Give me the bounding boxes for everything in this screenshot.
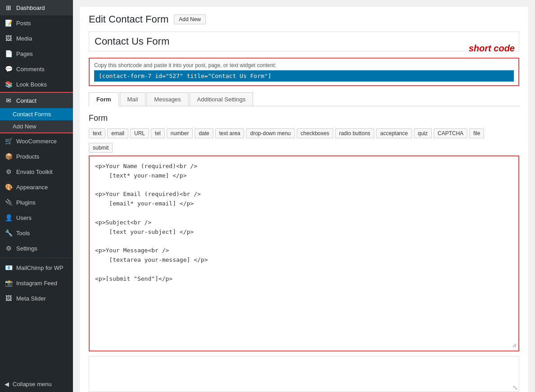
tag-btn-date[interactable]: date — [195, 128, 213, 138]
submit-tag-button[interactable]: submit — [89, 143, 113, 153]
comments-icon: 💬 — [5, 65, 13, 73]
tag-btn-captcha[interactable]: CAPTCHA — [434, 128, 467, 138]
sidebar-item-posts[interactable]: 📝 Posts — [0, 15, 73, 31]
tag-btn-email[interactable]: email — [107, 128, 128, 138]
tag-btn-acceptance[interactable]: acceptance — [376, 128, 412, 138]
code-editor-wrapper — [89, 155, 519, 351]
page-title: Edit Contact Form — [89, 14, 168, 25]
contact-highlight-box: ✉ Contact Contact Forms Add New — [0, 92, 73, 133]
tag-btn-tel[interactable]: tel — [151, 128, 165, 138]
resize-handle-icon: ⤡ — [512, 384, 518, 391]
sidebar-item-appearance[interactable]: 🎨 Appearance — [0, 179, 73, 195]
tab-additional-settings[interactable]: Additional Settings — [190, 92, 254, 106]
sidebar-item-comments[interactable]: 💬 Comments — [0, 61, 73, 77]
tag-btn-quiz[interactable]: quiz — [414, 128, 432, 138]
submit-button-row: submit — [89, 143, 519, 153]
sidebar-item-meta-slider[interactable]: 🖼 Meta Slider — [0, 291, 73, 306]
extra-content-area: ⤡ — [89, 356, 519, 392]
sidebar-item-settings[interactable]: ⚙ Settings — [0, 241, 73, 256]
tag-btn-text-area[interactable]: text area — [215, 128, 245, 138]
pages-icon: 📄 — [5, 50, 13, 58]
mailchimp-icon: 📧 — [5, 264, 13, 272]
tools-icon: 🔧 — [5, 229, 13, 237]
sidebar-item-lookbooks[interactable]: 📚 Look Books — [0, 77, 73, 92]
tag-btn-number[interactable]: number — [167, 128, 193, 138]
shortcode-annotation: short code — [469, 43, 515, 54]
users-icon: 👤 — [5, 214, 13, 222]
main-content: Edit Contact Form Add New short code Cop… — [73, 0, 535, 392]
sidebar-item-woocommerce[interactable]: 🛒 WooCommerce — [0, 133, 73, 149]
sidebar: ⊞ Dashboard 📝 Posts 🖼 Media 📄 Pages 💬 Co… — [0, 0, 73, 392]
collapse-menu-button[interactable]: ◀ Collapse menu — [0, 376, 73, 392]
sidebar-sub-item-contact-forms[interactable]: Contact Forms — [0, 108, 73, 120]
envato-icon: ⚙ — [5, 168, 13, 176]
lookbooks-icon: 📚 — [5, 80, 13, 88]
settings-icon: ⚙ — [5, 244, 13, 252]
woocommerce-icon: 🛒 — [5, 137, 13, 145]
shortcode-label: Copy this shortcode and paste it into yo… — [94, 62, 514, 68]
sidebar-item-media[interactable]: 🖼 Media — [0, 31, 73, 46]
products-icon: 📦 — [5, 152, 13, 160]
media-icon: 🖼 — [5, 34, 13, 42]
form-section-title: Form — [89, 114, 519, 123]
sidebar-divider — [0, 258, 73, 258]
add-new-button[interactable]: Add New — [174, 14, 206, 24]
tab-messages[interactable]: Messages — [146, 92, 188, 106]
tag-btn-text[interactable]: text — [89, 128, 105, 138]
contact-icon: ✉ — [5, 96, 13, 105]
tag-buttons-row: textemailURLtelnumberdatetext areadrop-d… — [89, 128, 519, 138]
shortcode-value[interactable]: [contact-form-7 id="527" title="Contact … — [94, 70, 514, 82]
page-title-row: Edit Contact Form Add New — [89, 14, 519, 25]
sidebar-item-dashboard[interactable]: ⊞ Dashboard — [0, 0, 73, 15]
tag-btn-radio-buttons[interactable]: radio buttons — [335, 128, 374, 138]
shortcode-area: Copy this shortcode and paste it into yo… — [89, 58, 519, 86]
sidebar-item-products[interactable]: 📦 Products — [0, 149, 73, 164]
dashboard-icon: ⊞ — [5, 4, 13, 12]
sidebar-sub-contact: Contact Forms Add New — [0, 108, 73, 132]
appearance-icon: 🎨 — [5, 183, 13, 191]
sidebar-item-plugins[interactable]: 🔌 Plugins — [0, 195, 73, 210]
sidebar-item-instagram[interactable]: 📸 Instagram Feed — [0, 275, 73, 291]
tab-form[interactable]: Form — [89, 92, 119, 106]
meta-slider-icon: 🖼 — [5, 294, 13, 302]
sidebar-item-mailchimp[interactable]: 📧 MailChimp for WP — [0, 260, 73, 275]
instagram-icon: 📸 — [5, 279, 13, 287]
collapse-icon: ◀ — [5, 381, 9, 387]
form-title-input[interactable] — [89, 32, 519, 51]
sidebar-item-users[interactable]: 👤 Users — [0, 210, 73, 225]
tabs-row: Form Mail Messages Additional Settings — [89, 92, 519, 106]
tag-btn-url[interactable]: URL — [130, 128, 149, 138]
plugins-icon: 🔌 — [5, 198, 13, 206]
sidebar-item-tools[interactable]: 🔧 Tools — [0, 225, 73, 241]
sidebar-item-pages[interactable]: 📄 Pages — [0, 46, 73, 61]
tab-mail[interactable]: Mail — [120, 92, 146, 106]
shortcode-container: short code Copy this shortcode and paste… — [89, 58, 519, 86]
sidebar-item-contact[interactable]: ✉ Contact — [0, 93, 73, 108]
tag-btn-drop-down-menu[interactable]: drop-down menu — [246, 128, 295, 138]
sidebar-item-envato[interactable]: ⚙ Envato Toolkit — [0, 164, 73, 179]
main-inner: Edit Contact Form Add New short code Cop… — [80, 7, 528, 392]
code-editor[interactable] — [91, 158, 517, 347]
sidebar-sub-item-add-new[interactable]: Add New — [0, 120, 73, 132]
tag-btn-checkboxes[interactable]: checkboxes — [297, 128, 333, 138]
posts-icon: 📝 — [5, 19, 13, 27]
tag-btn-file[interactable]: file — [469, 128, 484, 138]
